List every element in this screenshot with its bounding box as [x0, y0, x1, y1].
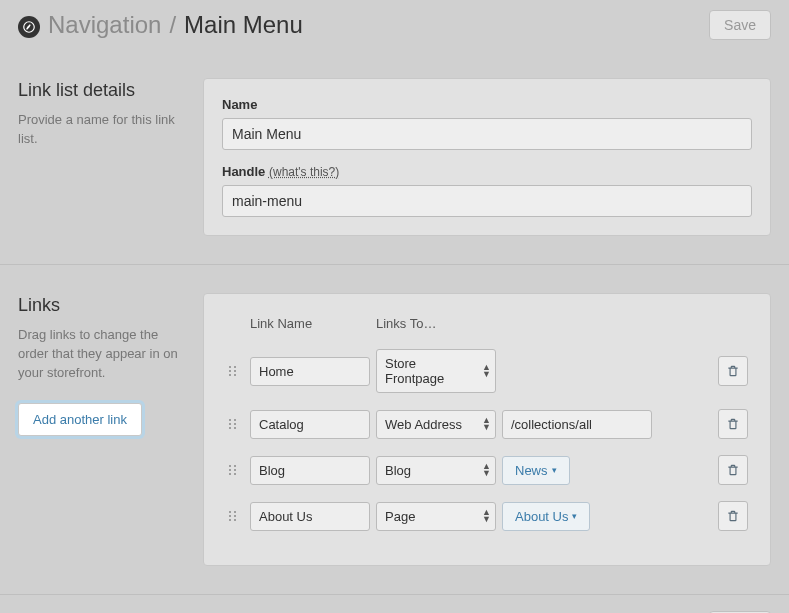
link-row: Store Frontpage▲▼	[222, 341, 752, 401]
breadcrumb: Navigation / Main Menu	[18, 11, 303, 39]
name-label: Name	[222, 97, 752, 112]
link-detail-dropdown[interactable]: About Us▾	[502, 502, 590, 531]
link-name-input[interactable]	[250, 410, 370, 439]
link-detail-dropdown[interactable]: News▾	[502, 456, 570, 485]
details-panel: Name Handle (what's this?)	[203, 78, 771, 236]
drag-handle-icon[interactable]	[222, 465, 242, 475]
details-title: Link list details	[18, 80, 183, 101]
svg-marker-1	[27, 25, 31, 30]
select-arrows-icon: ▲▼	[482, 509, 491, 523]
add-link-button[interactable]: Add another link	[18, 403, 142, 436]
links-to-select[interactable]: Store Frontpage	[376, 349, 496, 393]
trash-icon	[726, 417, 740, 431]
link-detail-label: About Us	[515, 509, 568, 524]
link-row: Web Address▲▼	[222, 401, 752, 447]
breadcrumb-root[interactable]: Navigation	[48, 11, 161, 39]
select-arrows-icon: ▲▼	[482, 417, 491, 431]
delete-link-button[interactable]	[718, 501, 748, 531]
details-side: Link list details Provide a name for thi…	[18, 78, 183, 236]
links-to-select[interactable]: Page	[376, 502, 496, 531]
links-side: Links Drag links to change the order tha…	[18, 293, 183, 566]
handle-input[interactable]	[222, 185, 752, 217]
links-panel: Link Name Links To… Store Frontpage▲▼Web…	[203, 293, 771, 566]
links-to-select[interactable]: Blog	[376, 456, 496, 485]
name-input[interactable]	[222, 118, 752, 150]
link-detail-input[interactable]	[502, 410, 652, 439]
select-arrows-icon: ▲▼	[482, 463, 491, 477]
link-row: Blog▲▼News▾	[222, 447, 752, 493]
delete-link-button[interactable]	[718, 356, 748, 386]
handle-label-text: Handle	[222, 164, 265, 179]
link-name-input[interactable]	[250, 456, 370, 485]
drag-handle-icon[interactable]	[222, 419, 242, 429]
link-row: Page▲▼About Us▾	[222, 493, 752, 539]
section-details: Link list details Provide a name for thi…	[0, 50, 789, 265]
chevron-down-icon: ▾	[572, 511, 577, 521]
drag-handle-icon[interactable]	[222, 511, 242, 521]
compass-icon	[18, 16, 40, 38]
breadcrumb-current: Main Menu	[184, 11, 303, 39]
details-help: Provide a name for this link list.	[18, 111, 183, 149]
links-help: Drag links to change the order that they…	[18, 326, 183, 383]
handle-helper-link[interactable]: (what's this?)	[269, 165, 339, 179]
page-footer: Save	[0, 595, 789, 613]
trash-icon	[726, 364, 740, 378]
delete-link-button[interactable]	[718, 409, 748, 439]
page-header: Navigation / Main Menu Save	[0, 0, 789, 50]
breadcrumb-separator: /	[169, 11, 176, 39]
link-name-input[interactable]	[250, 357, 370, 386]
column-links-to: Links To…	[376, 316, 496, 331]
select-arrows-icon: ▲▼	[482, 364, 491, 378]
delete-link-button[interactable]	[718, 455, 748, 485]
trash-icon	[726, 509, 740, 523]
chevron-down-icon: ▾	[552, 465, 557, 475]
section-links: Links Drag links to change the order tha…	[0, 265, 789, 595]
handle-label: Handle (what's this?)	[222, 164, 752, 179]
drag-handle-icon[interactable]	[222, 366, 242, 376]
links-to-select[interactable]: Web Address	[376, 410, 496, 439]
link-name-input[interactable]	[250, 502, 370, 531]
save-button-top[interactable]: Save	[709, 10, 771, 40]
link-detail-label: News	[515, 463, 548, 478]
link-rows-container: Store Frontpage▲▼Web Address▲▼Blog▲▼News…	[222, 341, 752, 539]
column-link-name: Link Name	[250, 316, 370, 331]
links-title: Links	[18, 295, 183, 316]
trash-icon	[726, 463, 740, 477]
links-column-headers: Link Name Links To…	[222, 316, 752, 341]
